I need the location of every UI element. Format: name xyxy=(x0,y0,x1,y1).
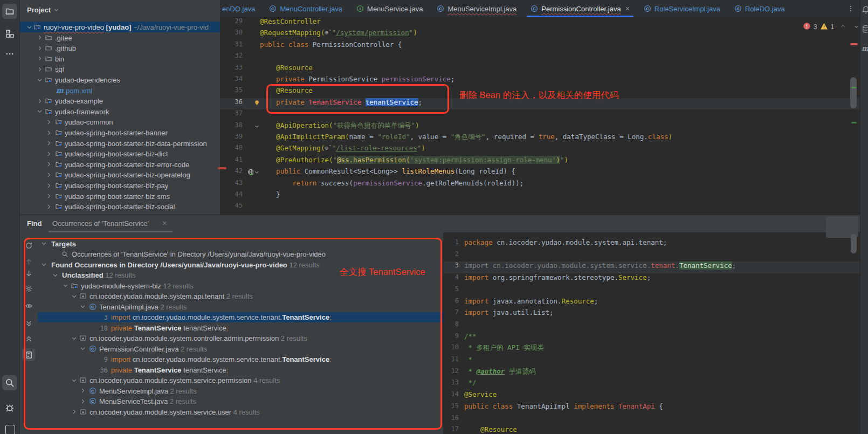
code-line-16[interactable]: 16 xyxy=(444,414,860,426)
project-tree-item-yudao-spring-boot-starter-banner[interactable]: yudao-spring-boot-starter-banner xyxy=(19,127,220,138)
editor-tab-RoleDO.java[interactable]: CRoleDO.java xyxy=(727,0,792,17)
code-line-14[interactable]: 14@Service xyxy=(444,390,860,402)
tool-stripe-button-project-folder-icon[interactable] xyxy=(2,4,17,19)
preview-editor[interactable]: 1package cn.iocoder.yudao.module.system.… xyxy=(443,232,860,434)
chevron-down-icon[interactable] xyxy=(80,346,86,352)
code-line-12[interactable]: 12 * @author 芋道源码 xyxy=(444,367,860,379)
chevron-right-icon[interactable] xyxy=(46,193,52,199)
chevron-right-icon[interactable] xyxy=(46,172,52,178)
chevron-right-icon[interactable] xyxy=(80,398,86,404)
editor-tab-MenuController.java[interactable]: CMenuController.java xyxy=(262,0,349,17)
project-tree-item-pom.xml[interactable]: mpom.xml xyxy=(19,85,220,96)
chevron-right-icon[interactable] xyxy=(37,45,43,51)
code-line-9[interactable]: 9/** xyxy=(444,332,860,344)
api-endpoint-globe-icon[interactable] xyxy=(247,168,254,176)
find-toolbar-arrow-up-icon[interactable] xyxy=(22,255,35,268)
project-tree-item-yudao-common[interactable]: yudao-common xyxy=(19,116,220,127)
chevron-down-icon[interactable] xyxy=(41,240,47,246)
chevron-down-icon[interactable] xyxy=(54,6,59,14)
chevron-down-icon[interactable] xyxy=(71,335,77,341)
find-toolbar-refresh-icon[interactable] xyxy=(22,239,35,252)
close-icon[interactable]: × xyxy=(162,219,167,228)
code-line-3[interactable]: 3import cn.iocoder.yudao.module.system.s… xyxy=(444,261,860,273)
code-line-43[interactable]: 43 return success(permissionService.getR… xyxy=(220,179,860,190)
inspection-widget[interactable]: 3 1 xyxy=(803,22,859,32)
project-tree-item-ruoyi-vue-pro-video[interactable]: ruoyi-vue-pro-video [yudao] ~/Java/ruoyi… xyxy=(19,22,220,32)
chevron-down-icon[interactable] xyxy=(71,377,77,383)
code-line-5[interactable]: 5 xyxy=(444,285,860,297)
chevron-right-icon[interactable] xyxy=(80,388,86,394)
find-result-row[interactable]: yudao-module-system-biz 12 results xyxy=(38,280,443,291)
find-result-row[interactable]: CMenuServiceImpl.java 2 results xyxy=(38,385,443,396)
chevron-right-icon[interactable] xyxy=(37,35,43,40)
chevron-right-icon[interactable] xyxy=(46,151,52,157)
find-result-row[interactable]: CTenantApiImpl.java 2 results xyxy=(38,301,443,312)
editor-tab-MenuService.java[interactable]: IMenuService.java xyxy=(349,0,430,17)
code-line-8[interactable]: 8 xyxy=(444,320,860,332)
code-line-13[interactable]: 13 */ xyxy=(444,378,860,390)
find-toolbar-collapse-all-icon[interactable] xyxy=(22,332,35,345)
code-line-34[interactable]: 34 private PermissionService permissionS… xyxy=(220,75,860,86)
chevron-down-icon[interactable] xyxy=(37,77,43,83)
close-icon[interactable]: × xyxy=(625,5,630,12)
code-line-42[interactable]: 42 public CommonResult<Set<Long>> listRo… xyxy=(220,167,860,178)
code-line-30[interactable]: 30@RequestMapping(⊕ˇ"/system/permission"… xyxy=(220,29,860,40)
globe-inline-icon[interactable]: ⊕ˇ xyxy=(325,29,332,36)
project-tree-item-.gitee[interactable]: .gitee xyxy=(19,32,220,43)
find-result-row[interactable]: cn.iocoder.yudao.module.system.api.tenan… xyxy=(38,291,443,302)
project-tree-item-yudao-example[interactable]: yudao-example xyxy=(19,95,220,106)
chevron-right-icon[interactable] xyxy=(46,204,52,210)
project-tree-item-bin[interactable]: bin xyxy=(19,53,220,64)
chevron-right-icon[interactable] xyxy=(46,130,52,136)
find-result-row[interactable]: 3import cn.iocoder.yudao.module.system.s… xyxy=(38,312,443,323)
error-stripe-mark[interactable] xyxy=(850,43,858,45)
chevron-down-icon[interactable] xyxy=(71,293,77,299)
find-results-tab[interactable]: Occurrences of 'TenantService' xyxy=(52,219,149,228)
chevron-right-icon[interactable] xyxy=(37,98,43,104)
code-line-31[interactable]: 31public class PermissionController { xyxy=(220,40,860,52)
find-result-row[interactable]: cn.iocoder.yudao.module.system.controlle… xyxy=(38,333,443,344)
code-editor[interactable]: 29@RestController30@RequestMapping(⊕ˇ"/s… xyxy=(220,17,860,215)
preview-scrollbar[interactable] xyxy=(851,234,857,253)
find-toolbar-preview-document-icon[interactable] xyxy=(22,348,35,361)
project-tree-item-yudao-spring-boot-starter-biz-operatelog[interactable]: yudao-spring-boot-starter-biz-operatelog xyxy=(19,169,220,180)
project-panel-header[interactable]: Project xyxy=(19,0,220,19)
find-toolbar-arrow-down-icon[interactable] xyxy=(22,267,35,280)
find-toolbar-settings-gear-icon[interactable] xyxy=(22,282,35,295)
tool-stripe-button-more-tools-icon[interactable] xyxy=(2,46,17,61)
find-result-row[interactable]: Targets xyxy=(38,238,443,249)
find-result-row[interactable]: CPermissionController.java 2 results xyxy=(38,343,443,354)
find-result-row[interactable]: 9import cn.iocoder.yudao.module.system.s… xyxy=(38,354,443,365)
tab-overflow-kebab-icon[interactable] xyxy=(847,0,860,17)
code-line-38[interactable]: 38 @ApiOperation("获得角色拥有的菜单编号") xyxy=(220,121,860,133)
find-result-row[interactable]: cn.iocoder.yudao.module.system.service.u… xyxy=(38,407,443,417)
code-line-29[interactable]: 29@RestController xyxy=(220,17,860,29)
code-line-4[interactable]: 4import org.springframework.stereotype.S… xyxy=(444,273,860,285)
find-result-row[interactable]: Occurrences of 'TenantService' in Direct… xyxy=(38,249,443,260)
code-line-2[interactable]: 2 xyxy=(444,250,860,262)
code-line-7[interactable]: 7import java.util.List; xyxy=(444,308,860,320)
chevron-down-icon[interactable] xyxy=(37,108,43,114)
project-tree-item-yudao-spring-boot-starter-biz-data-permission[interactable]: yudao-spring-boot-starter-biz-data-permi… xyxy=(19,138,220,149)
code-line-45[interactable]: 45 xyxy=(220,202,860,213)
project-tree-item-yudao-spring-boot-starter-biz-pay[interactable]: yudao-spring-boot-starter-biz-pay xyxy=(19,180,220,191)
project-tree-item-yudao-spring-boot-starter-biz-sms[interactable]: yudao-spring-boot-starter-biz-sms xyxy=(19,191,220,202)
chevron-right-icon[interactable] xyxy=(46,161,52,167)
chevron-right-icon[interactable] xyxy=(37,56,43,61)
project-tree-item-yudao-spring-boot-starter-biz-social[interactable]: yudao-spring-boot-starter-biz-social xyxy=(19,201,220,212)
chevron-down-icon[interactable] xyxy=(41,261,47,267)
code-line-10[interactable]: 10 * 多租户的 API 实现类 xyxy=(444,343,860,355)
find-toolbar-preview-eye-icon[interactable] xyxy=(22,299,35,312)
code-line-11[interactable]: 11 * xyxy=(444,355,860,367)
editor-scrollbar[interactable] xyxy=(850,77,857,108)
chevron-right-icon[interactable] xyxy=(46,140,52,146)
code-line-15[interactable]: 15public class TenantApiImpl implements … xyxy=(444,402,860,414)
code-line-17[interactable]: 17 @Resource xyxy=(444,425,860,434)
find-toolbar-expand-all-icon[interactable] xyxy=(22,316,35,329)
find-result-row[interactable]: 18private TenantService tenantService; xyxy=(38,322,443,333)
editor-tab-MenuServiceImpl.java[interactable]: CMenuServiceImpl.java xyxy=(430,0,523,17)
project-tree-item-yudao-spring-boot-starter-biz-error-code[interactable]: yudao-spring-boot-starter-biz-error-code xyxy=(19,159,220,170)
editor-tab-enDO.java[interactable]: enDO.java xyxy=(220,0,262,17)
chevron-right-icon[interactable] xyxy=(71,409,77,415)
code-line-6[interactable]: 6import javax.annotation.Resource; xyxy=(444,297,860,309)
